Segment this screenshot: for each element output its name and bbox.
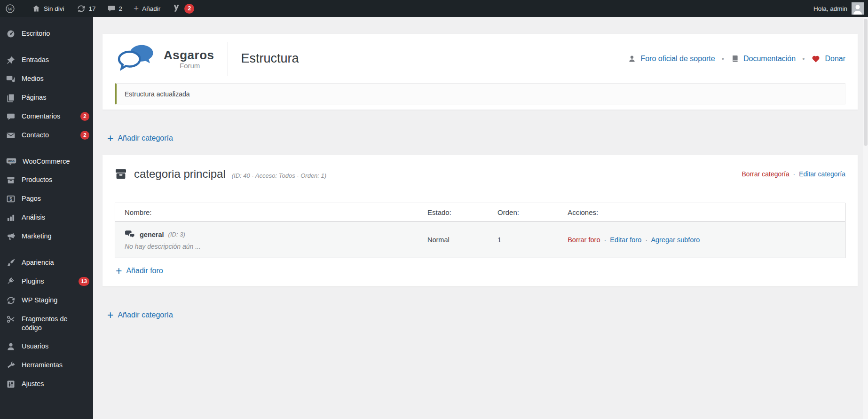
sidebar-item-herramientas[interactable]: Herramientas	[0, 356, 93, 375]
book-icon	[731, 55, 739, 63]
category-box-icon	[115, 168, 127, 180]
settings-sliders-icon	[6, 379, 16, 389]
sidebar-item-productos[interactable]: Productos	[0, 171, 93, 190]
sidebar-item-entradas[interactable]: Entradas	[0, 51, 93, 70]
yoast-notification-badge: 2	[184, 4, 194, 14]
envelope-icon	[6, 131, 16, 140]
brand-subtitle: Forum	[180, 62, 214, 70]
column-header-status: Estado:	[418, 203, 488, 222]
refresh-icon	[6, 296, 16, 305]
bullet-separator: •	[802, 55, 805, 63]
forum-bubbles-icon	[125, 229, 135, 239]
sidebar-item-woocommerce[interactable]: Woo WooCommerce	[0, 152, 93, 171]
category-meta: (ID: 40 · Acceso: Todos · Orden: 1)	[232, 172, 326, 179]
panel-divider	[115, 193, 845, 193]
dot-separator: ·	[645, 236, 647, 244]
forum-order: 1	[488, 222, 558, 258]
plugins-badge: 13	[79, 277, 89, 286]
admin-sidebar: Escritorio Entradas Medios Páginas Comen…	[0, 17, 93, 419]
add-category-link[interactable]: + Añadir categoría	[107, 134, 173, 142]
brand-name: Asgaros	[164, 48, 214, 63]
sidebar-item-usuarios[interactable]: Usuarios	[0, 337, 93, 356]
wrench-icon	[6, 361, 16, 370]
add-forum-link[interactable]: + Añadir foro	[116, 267, 163, 275]
admin-bar: W Sin divi 17 2 + Añadir 2 Hola, admin	[0, 0, 868, 17]
column-header-order: Orden:	[488, 203, 558, 222]
site-link[interactable]: Sin divi	[27, 0, 70, 17]
sidebar-item-comentarios[interactable]: Comentarios 2	[0, 107, 93, 126]
comments-badge: 2	[80, 112, 89, 121]
plus-icon: +	[134, 4, 139, 13]
table-header-row: Nombre: Estado: Orden: Acciones:	[115, 203, 845, 222]
delete-forum-link[interactable]: Borrar foro	[568, 236, 600, 244]
forum-name: general	[140, 231, 164, 238]
support-forum-link[interactable]: Foro oficial de soporte	[628, 55, 715, 63]
site-name: Sin divi	[44, 5, 64, 12]
add-category-link-bottom[interactable]: + Añadir categoría	[107, 311, 173, 319]
heart-icon	[811, 54, 821, 63]
page-title: Estructura	[241, 51, 299, 66]
notice-text: Estructura actualizada	[125, 90, 190, 98]
contact-badge: 2	[80, 131, 89, 140]
category-name: categoria principal	[134, 167, 226, 181]
account-greeting[interactable]: Hola, admin	[813, 5, 847, 12]
category-panel: categoria principal (ID: 40 · Acceso: To…	[103, 155, 858, 286]
comments-count: 2	[119, 5, 123, 12]
edit-forum-link[interactable]: Editar foro	[610, 236, 641, 244]
sidebar-item-paginas[interactable]: Páginas	[0, 88, 93, 107]
scrollbar[interactable]	[863, 17, 868, 419]
person-icon	[628, 55, 636, 63]
delete-category-link[interactable]: Borrar categoría	[742, 170, 789, 178]
asgaros-logo: Asgaros Forum	[115, 44, 214, 73]
sidebar-item-medios[interactable]: Medios	[0, 70, 93, 88]
plugin-icon	[6, 277, 16, 286]
forum-id: (ID: 3)	[168, 231, 185, 238]
sidebar-item-wp-staging[interactable]: WP Staging	[0, 291, 93, 310]
comment-bubble-icon	[107, 4, 116, 13]
user-icon	[6, 342, 16, 351]
media-icon	[6, 74, 16, 84]
forum-description: No hay descripción aún ...	[125, 243, 409, 250]
payments-icon: $	[6, 194, 16, 204]
add-new-button[interactable]: + Añadir	[128, 0, 166, 17]
column-header-name: Nombre:	[115, 203, 418, 222]
yoast-button[interactable]: 2	[166, 0, 199, 17]
edit-category-link[interactable]: Editar categoría	[799, 170, 845, 178]
comments-button[interactable]: 2	[102, 0, 128, 17]
wordpress-logo-icon: W	[5, 4, 15, 14]
sidebar-item-pagos[interactable]: $ Pagos	[0, 190, 93, 208]
bar-chart-icon	[6, 213, 16, 222]
dot-separator: ·	[604, 236, 606, 244]
sidebar-item-escritorio[interactable]: Escritorio	[0, 24, 93, 43]
sidebar-item-apariencia[interactable]: Apariencia	[0, 253, 93, 272]
updates-icon	[77, 4, 86, 13]
add-subforum-link[interactable]: Agregar subforo	[651, 236, 700, 244]
update-notice: Estructura actualizada	[115, 83, 845, 104]
updates-count: 17	[89, 5, 96, 12]
forums-table: Nombre: Estado: Orden: Acciones: general…	[115, 203, 845, 258]
updates-button[interactable]: 17	[71, 0, 101, 17]
comment-bubble-icon	[6, 112, 16, 121]
sidebar-item-marketing[interactable]: Marketing	[0, 227, 93, 246]
brush-icon	[6, 258, 16, 268]
documentation-link[interactable]: Documentación	[731, 55, 796, 63]
plus-icon: +	[107, 134, 113, 142]
main-content: Asgaros Forum Estructura Foro oficial de…	[93, 17, 868, 419]
avatar[interactable]	[852, 2, 864, 15]
sidebar-item-fragmentos[interactable]: Fragmentos de código	[0, 310, 93, 337]
donate-link[interactable]: Donar	[811, 54, 845, 63]
scrollbar-thumb[interactable]	[864, 19, 868, 146]
svg-text:Woo: Woo	[8, 159, 15, 163]
svg-text:W: W	[8, 6, 13, 11]
pages-icon	[6, 93, 16, 103]
sidebar-item-analisis[interactable]: Análisis	[0, 208, 93, 227]
wordpress-logo-button[interactable]: W	[0, 0, 20, 17]
bullet-separator: •	[722, 55, 724, 63]
plus-icon: +	[107, 311, 113, 319]
forum-status: Normal	[418, 222, 488, 258]
home-icon	[32, 4, 40, 13]
sidebar-item-plugins[interactable]: Plugins 13	[0, 272, 93, 291]
sidebar-item-contacto[interactable]: Contacto 2	[0, 126, 93, 145]
sidebar-item-ajustes[interactable]: Ajustes	[0, 375, 93, 394]
table-row: general (ID: 3) No hay descripción aún .…	[115, 222, 845, 258]
